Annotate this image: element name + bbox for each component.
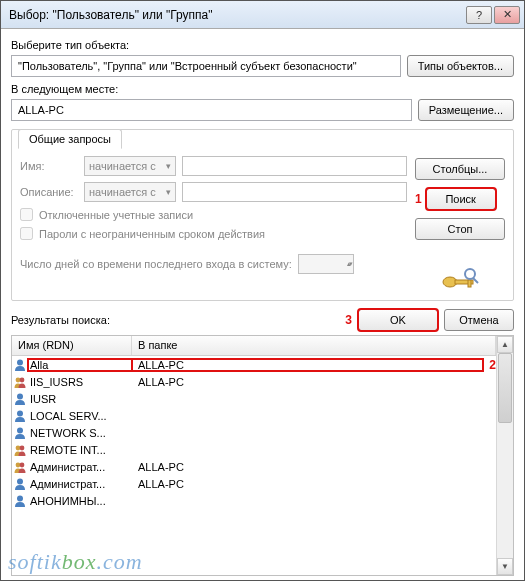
user-icon [12, 358, 28, 372]
svg-point-5 [17, 359, 23, 365]
help-button[interactable]: ? [466, 6, 492, 24]
dialog-content: Выберите тип объекта: "Пользователь", "Г… [1, 29, 524, 580]
svg-point-16 [17, 495, 23, 501]
results-list: Имя (RDN) В папке AllaALLA-PC2IIS_IUSRSA… [11, 335, 514, 576]
annotation-2: 2 [489, 358, 496, 372]
ok-button[interactable]: OK [358, 309, 438, 331]
user-icon [12, 409, 28, 423]
group-icon [12, 460, 28, 474]
list-item[interactable]: REMOTE INT... [12, 441, 496, 458]
list-item[interactable]: Администрат...ALLA-PC [12, 458, 496, 475]
rdn-cell: IUSR [28, 393, 132, 405]
search-button[interactable]: Поиск [426, 188, 496, 210]
never-expire-label: Пароли с неограниченным сроком действия [39, 228, 265, 240]
list-item[interactable]: AllaALLA-PC2 [12, 356, 496, 373]
object-types-button[interactable]: Типы объектов... [407, 55, 514, 77]
scroll-thumb[interactable] [498, 353, 512, 423]
rdn-cell: АНОНИМНЫ... [28, 495, 132, 507]
svg-point-10 [17, 427, 23, 433]
disabled-accounts-checkbox[interactable] [20, 208, 33, 221]
rdn-cell: NETWORK S... [28, 427, 132, 439]
description-match-combo[interactable]: начинается с [84, 182, 176, 202]
columns-button[interactable]: Столбцы... [415, 158, 505, 180]
rdn-cell: Администрат... [28, 478, 132, 490]
folder-cell: ALLA-PC [132, 359, 483, 371]
svg-point-15 [17, 478, 23, 484]
svg-point-7 [20, 377, 25, 382]
tab-common-queries[interactable]: Общие запросы [18, 129, 122, 149]
location-button[interactable]: Размещение... [418, 99, 514, 121]
folder-cell: ALLA-PC [132, 461, 496, 473]
annotation-1: 1 [415, 192, 422, 206]
rdn-cell: Alla [28, 359, 132, 371]
list-item[interactable]: АНОНИМНЫ... [12, 492, 496, 509]
user-icon [12, 494, 28, 508]
column-folder[interactable]: В папке [132, 336, 496, 355]
group-icon [12, 375, 28, 389]
rdn-cell: REMOTE INT... [28, 444, 132, 456]
list-item[interactable]: IUSR [12, 390, 496, 407]
list-item[interactable]: Администрат...ALLA-PC [12, 475, 496, 492]
object-type-field[interactable]: "Пользователь", "Группа" или "Встроенный… [11, 55, 401, 77]
close-button[interactable]: ✕ [494, 6, 520, 24]
rdn-cell: Администрат... [28, 461, 132, 473]
window-title: Выбор: "Пользователь" или "Группа" [9, 8, 464, 22]
svg-point-8 [17, 393, 23, 399]
group-icon [12, 443, 28, 457]
annotation-3: 3 [345, 313, 352, 327]
list-item[interactable]: IIS_IUSRSALLA-PC [12, 373, 496, 390]
rdn-cell: IIS_IUSRS [28, 376, 132, 388]
location-field[interactable]: ALLA-PC [11, 99, 412, 121]
svg-point-3 [465, 269, 475, 279]
svg-line-4 [473, 278, 478, 283]
svg-point-14 [20, 462, 25, 467]
folder-cell: ALLA-PC [132, 478, 496, 490]
svg-point-12 [20, 445, 25, 450]
location-label: В следующем месте: [11, 83, 514, 95]
vertical-scrollbar[interactable]: ▲ ▼ [496, 336, 513, 575]
query-fieldset: Общие запросы Имя: начинается с Описание… [11, 129, 514, 301]
user-icon [12, 392, 28, 406]
object-type-value: "Пользователь", "Группа" или "Встроенный… [18, 60, 357, 72]
titlebar: Выбор: "Пользователь" или "Группа" ? ✕ [1, 1, 524, 29]
cancel-button[interactable]: Отмена [444, 309, 514, 331]
folder-cell: ALLA-PC [132, 376, 496, 388]
key-icon [440, 268, 480, 292]
description-label: Описание: [20, 186, 78, 198]
user-icon [12, 477, 28, 491]
svg-point-9 [17, 410, 23, 416]
scroll-up-icon[interactable]: ▲ [497, 336, 513, 353]
list-item[interactable]: LOCAL SERV... [12, 407, 496, 424]
disabled-accounts-label: Отключенные учетные записи [39, 209, 193, 221]
rdn-cell: LOCAL SERV... [28, 410, 132, 422]
name-input[interactable] [182, 156, 407, 176]
never-expire-checkbox[interactable] [20, 227, 33, 240]
name-label: Имя: [20, 160, 78, 172]
scroll-down-icon[interactable]: ▼ [497, 558, 513, 575]
column-rdn[interactable]: Имя (RDN) [12, 336, 132, 355]
svg-rect-2 [468, 280, 471, 287]
user-icon [12, 426, 28, 440]
dialog-window: Выбор: "Пользователь" или "Группа" ? ✕ В… [0, 0, 525, 581]
days-spinner[interactable] [298, 254, 354, 274]
stop-button[interactable]: Стоп [415, 218, 505, 240]
list-item[interactable]: NETWORK S... [12, 424, 496, 441]
location-value: ALLA-PC [18, 104, 64, 116]
object-type-label: Выберите тип объекта: [11, 39, 514, 51]
list-header: Имя (RDN) В папке [12, 336, 496, 356]
days-since-login-label: Число дней со времени последнего входа в… [20, 258, 292, 270]
results-label: Результаты поиска: [11, 314, 110, 326]
description-input[interactable] [182, 182, 407, 202]
name-match-combo[interactable]: начинается с [84, 156, 176, 176]
